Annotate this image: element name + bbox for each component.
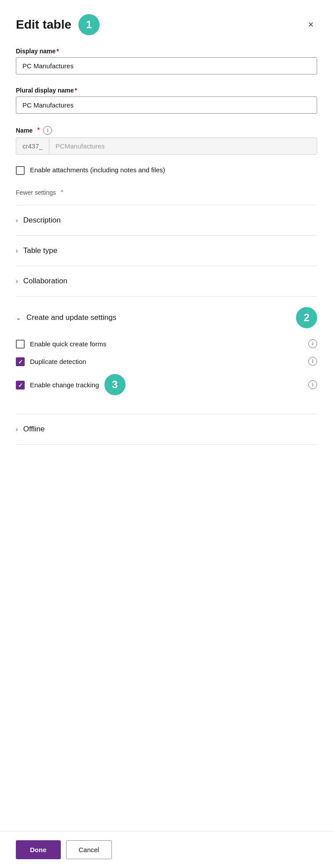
quick-create-left: Enable quick create forms xyxy=(16,339,106,349)
required-star-2: * xyxy=(75,87,77,94)
enable-attachments-label: Enable attachments (including notes and … xyxy=(30,165,165,174)
duplicate-detection-info-icon[interactable]: i xyxy=(308,357,317,366)
plural-display-name-field: Plural display name* xyxy=(16,87,317,122)
badge-3: 3 xyxy=(104,374,126,395)
panel-header: Edit table 1 × xyxy=(16,14,317,35)
plural-display-name-input[interactable] xyxy=(16,96,317,114)
edit-table-panel: Edit table 1 × Display name* Plural disp… xyxy=(0,0,333,868)
create-update-header[interactable]: ⌄ Create and update settings 2 xyxy=(16,307,317,328)
footer: Done Cancel xyxy=(0,831,333,868)
fewer-settings-label: Fewer settings xyxy=(16,189,56,196)
fewer-settings-button[interactable]: Fewer settings ⌃ xyxy=(16,187,65,198)
name-label-row: Name * i xyxy=(16,126,317,135)
duplicate-detection-left: Duplicate detection xyxy=(16,356,86,366)
chevron-down-icon: ⌄ xyxy=(16,314,21,321)
badge-2: 2 xyxy=(296,307,317,328)
display-name-field: Display name* xyxy=(16,48,317,83)
required-star: * xyxy=(56,48,59,55)
change-tracking-checkbox[interactable] xyxy=(16,381,25,389)
display-name-input[interactable] xyxy=(16,57,317,74)
display-name-label: Display name* xyxy=(16,48,317,55)
cancel-button[interactable]: Cancel xyxy=(66,840,112,859)
chevron-up-icon: ⌃ xyxy=(59,189,65,196)
badge-1: 1 xyxy=(78,14,100,35)
change-tracking-left: Enable change tracking 3 xyxy=(16,374,126,395)
name-info-icon[interactable]: i xyxy=(43,126,52,135)
description-section[interactable]: › Description xyxy=(16,205,317,236)
description-title: Description xyxy=(23,216,61,225)
name-field: Name * i cr437_ PCManufactures xyxy=(16,126,317,155)
required-star-3: * xyxy=(37,126,40,134)
chevron-right-icon-2: › xyxy=(16,247,18,254)
name-value: PCManufactures xyxy=(49,138,317,154)
collaboration-section[interactable]: › Collaboration xyxy=(16,266,317,297)
change-tracking-info-icon[interactable]: i xyxy=(308,380,317,389)
chevron-right-icon-3: › xyxy=(16,278,18,285)
close-button[interactable]: × xyxy=(304,17,317,32)
chevron-right-icon: › xyxy=(16,217,18,224)
create-update-section: ⌄ Create and update settings 2 Enable qu… xyxy=(16,297,317,414)
quick-create-checkbox[interactable] xyxy=(16,340,25,349)
collaboration-title: Collaboration xyxy=(23,277,67,286)
offline-title: Offline xyxy=(23,425,45,434)
duplicate-detection-checkbox[interactable] xyxy=(16,357,25,366)
change-tracking-row: Enable change tracking 3 i xyxy=(16,374,317,395)
quick-create-label: Enable quick create forms xyxy=(30,339,106,349)
enable-attachments-checkbox[interactable] xyxy=(16,166,25,175)
name-input-row: cr437_ PCManufactures xyxy=(16,137,317,155)
duplicate-detection-label: Duplicate detection xyxy=(30,357,86,366)
panel-title: Edit table xyxy=(16,18,71,32)
create-section-items: Enable quick create forms i Duplicate de… xyxy=(16,339,317,410)
create-update-title: Create and update settings xyxy=(26,313,116,322)
duplicate-detection-row: Duplicate detection i xyxy=(16,356,317,366)
offline-section[interactable]: › Offline xyxy=(16,414,317,445)
table-type-title: Table type xyxy=(23,246,58,255)
name-prefix: cr437_ xyxy=(16,138,49,154)
change-tracking-label: Enable change tracking xyxy=(30,380,99,389)
title-area: Edit table 1 xyxy=(16,14,100,35)
offline-chevron-icon: › xyxy=(16,426,18,433)
done-button[interactable]: Done xyxy=(16,840,61,859)
name-label: Name xyxy=(16,127,33,134)
enable-attachments-row[interactable]: Enable attachments (including notes and … xyxy=(16,165,317,175)
plural-display-name-label: Plural display name* xyxy=(16,87,317,94)
quick-create-info-icon[interactable]: i xyxy=(308,339,317,348)
table-type-section[interactable]: › Table type xyxy=(16,236,317,266)
quick-create-row: Enable quick create forms i xyxy=(16,339,317,349)
